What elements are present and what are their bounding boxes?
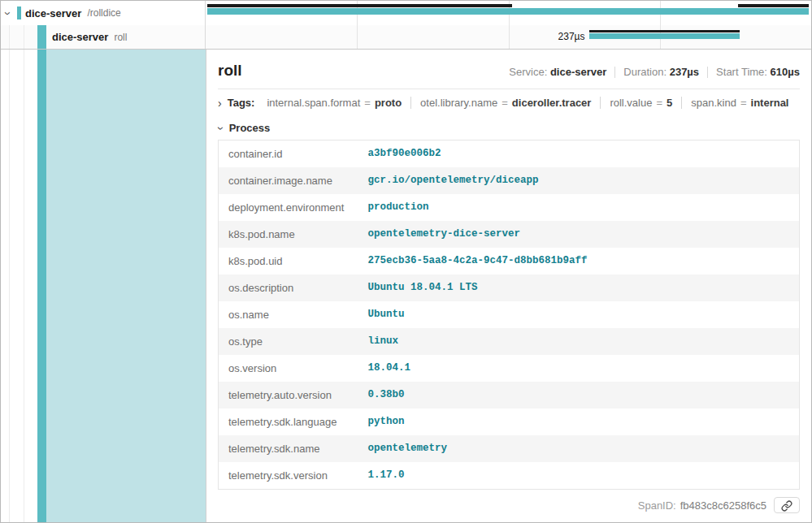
- span-row-roll[interactable]: dice-server roll 237µs: [1, 25, 811, 49]
- table-row: deployment.environment production: [219, 194, 800, 221]
- stat-value: dice-server: [550, 66, 606, 78]
- link-icon: [781, 500, 792, 512]
- stat-value: 237µs: [670, 66, 699, 78]
- indent-guide: [24, 50, 24, 522]
- span-title: roll: [218, 62, 242, 80]
- chevron-right-icon[interactable]: ›: [218, 97, 222, 109]
- indent-guide: [9, 50, 10, 522]
- operation-name: roll: [114, 32, 127, 43]
- process-value: linux: [358, 328, 800, 355]
- tag-value: diceroller.tracer: [512, 97, 592, 109]
- table-row: telemetry.auto.version 0.38b0: [219, 382, 800, 408]
- table-row: telemetry.sdk.language python: [219, 408, 800, 435]
- table-row: container.id a3bf90e006b2: [219, 140, 800, 168]
- stat-start-time: Start Time: 610µs: [716, 66, 800, 78]
- process-key: telemetry.sdk.name: [219, 435, 358, 462]
- span-duration-label: 237µs: [558, 31, 585, 42]
- process-value: production: [358, 194, 800, 221]
- process-section-title: Process: [229, 122, 271, 134]
- tag-value: proto: [375, 97, 402, 109]
- span-label-roll[interactable]: dice-server roll: [1, 25, 206, 49]
- copy-span-link-button[interactable]: [774, 497, 800, 513]
- table-row: os.type linux: [219, 328, 800, 355]
- process-value: opentelemetry: [358, 435, 800, 462]
- span-track-roll: 237µs: [206, 25, 811, 49]
- process-value: opentelemetry-dice-server: [358, 221, 800, 248]
- process-key: k8s.pod.name: [219, 221, 358, 248]
- stat-separator: [707, 67, 708, 78]
- chevron-down-icon[interactable]: ›: [2, 11, 15, 15]
- span-bar-rolldice[interactable]: [207, 8, 809, 15]
- table-row: os.name Ubuntu: [219, 301, 800, 328]
- span-label-rolldice[interactable]: › dice-server /rolldice: [1, 1, 206, 25]
- process-value: Ubuntu 18.04.1 LTS: [358, 274, 800, 301]
- tag-item: span.kind = internal: [681, 97, 797, 109]
- stat-label: Duration:: [623, 66, 667, 78]
- table-row: k8s.pod.name opentelemetry-dice-server: [219, 221, 800, 248]
- trace-timeline: › dice-server /rolldice dice-server: [1, 1, 811, 50]
- service-name: dice-server: [52, 31, 108, 43]
- detail-footer: SpanID: fb483c8c6258f6c5: [218, 497, 800, 513]
- process-key: os.version: [219, 355, 358, 382]
- process-key: telemetry.sdk.version: [219, 462, 358, 490]
- stat-separator: [614, 67, 615, 78]
- process-key: deployment.environment: [219, 194, 358, 221]
- table-row: telemetry.sdk.name opentelemetry: [219, 435, 800, 462]
- critical-path-segment: [738, 4, 809, 7]
- operation-name: /rolldice: [87, 7, 120, 19]
- stat-duration: Duration: 237µs: [623, 66, 699, 78]
- process-key-value-table: container.id a3bf90e006b2 container.imag…: [218, 140, 800, 490]
- tags-section-toggle[interactable]: › Tags: internal.span.format = proto ote…: [218, 89, 800, 115]
- table-row: k8s.pod.uid 275ecb36-5aa8-4c2a-9c47-d8bb…: [219, 248, 800, 274]
- indent-guide: [9, 25, 10, 49]
- equals-sign: =: [497, 97, 512, 109]
- tag-key: roll.value: [610, 97, 652, 109]
- stat-value: 610µs: [771, 66, 800, 78]
- process-key: container.id: [219, 140, 358, 168]
- span-bar-roll[interactable]: [589, 33, 740, 39]
- table-row: os.version 18.04.1: [219, 355, 800, 382]
- timeline-tick: [357, 25, 358, 49]
- tag-key: otel.library.name: [420, 97, 497, 109]
- span-color-strip: [37, 25, 46, 49]
- service-name: dice-server: [25, 7, 81, 19]
- tag-item: otel.library.name = diceroller.tracer: [410, 97, 600, 109]
- table-row: container.image.name gcr.io/opentelemetr…: [219, 167, 800, 194]
- span-indent-gutter: [1, 50, 206, 522]
- tag-item: roll.value = 5: [600, 97, 681, 109]
- span-track-rolldice: [206, 1, 811, 25]
- process-value: gcr.io/opentelemetry/diceapp: [358, 167, 800, 194]
- spanid-label: SpanID:: [638, 499, 676, 512]
- span-stats: Service: dice-server Duration: 237µs Sta…: [509, 66, 800, 78]
- span-row-rolldice[interactable]: › dice-server /rolldice: [1, 1, 811, 25]
- process-section-toggle[interactable]: › Process: [218, 115, 800, 140]
- span-color-chip: [17, 6, 21, 19]
- process-value: python: [358, 408, 800, 435]
- equals-sign: =: [736, 97, 751, 109]
- tag-value: 5: [667, 97, 672, 109]
- span-detail-panel: roll Service: dice-server Duration: 237µ…: [206, 50, 811, 522]
- process-value: a3bf90e006b2: [358, 140, 800, 168]
- tag-key: internal.span.format: [267, 97, 360, 109]
- spanid-value: fb483c8c6258f6c5: [680, 499, 766, 512]
- process-key: container.image.name: [219, 167, 358, 194]
- chevron-down-icon[interactable]: ›: [215, 126, 227, 130]
- stat-label: Service:: [509, 66, 547, 78]
- tag-value: internal: [751, 97, 789, 109]
- jaeger-trace-detail-view: › dice-server /rolldice dice-server: [0, 0, 812, 523]
- timeline-tick: [509, 25, 510, 49]
- critical-path-segment: [207, 4, 512, 7]
- process-key: os.name: [219, 301, 358, 328]
- tag-key: span.kind: [691, 97, 736, 109]
- process-key: telemetry.auto.version: [219, 382, 358, 408]
- process-key: telemetry.sdk.language: [219, 408, 358, 435]
- detail-body: roll Service: dice-server Duration: 237µ…: [1, 50, 811, 522]
- span-color-strip: [37, 50, 46, 522]
- stat-label: Start Time:: [716, 66, 767, 78]
- stat-service: Service: dice-server: [509, 66, 606, 78]
- table-row: telemetry.sdk.version 1.17.0: [219, 462, 800, 490]
- process-value: 18.04.1: [358, 355, 800, 382]
- indent-guide: [24, 25, 24, 49]
- process-value: 1.17.0: [358, 462, 800, 490]
- table-row: os.description Ubuntu 18.04.1 LTS: [219, 274, 800, 301]
